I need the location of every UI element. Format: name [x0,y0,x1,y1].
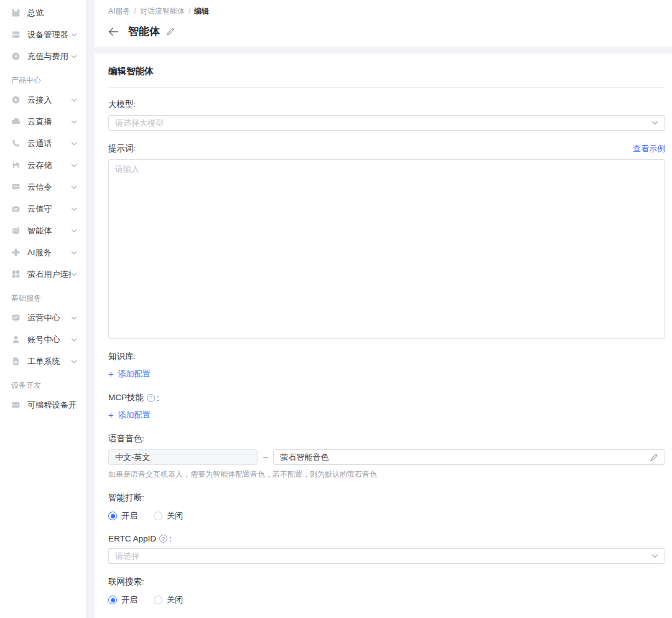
ai-service-icon [11,248,21,257]
plus-icon: + [108,411,113,420]
breadcrumb-item-edit: 编辑 [194,7,209,16]
sidebar-item-label: 云通话 [27,138,71,149]
cloud-call-icon [11,139,21,148]
prompt-textarea[interactable] [108,159,665,339]
voice-name-input[interactable] [273,449,665,465]
voice-name-value[interactable] [280,452,650,462]
sidebar-item-label: 账号中心 [27,334,71,345]
help-icon[interactable]: ? [159,535,167,543]
radio-label: 关闭 [167,510,183,522]
sidebar-item-cloud-signaling[interactable]: 云信令 [0,176,86,198]
web-search-label: 联网搜索: [108,576,665,588]
breadcrumb: AI服务/对话流智能体/编辑 [108,6,657,17]
sidebar-item-label: 云直播 [27,116,71,128]
chevron-down-icon [71,207,77,211]
field-web-search: 联网搜索: 开启 关闭 [108,576,665,606]
mcp-colon: : [157,393,159,403]
dash-separator: – [263,452,268,462]
radio-label: 关闭 [167,594,183,606]
chevron-down-icon [71,251,77,255]
sidebar: 总览 设备管理器 ¥ 充值与费用 产品中心 云接入 云直播 云通话 [0,0,86,618]
ertc-select[interactable]: 请选择 [108,548,665,564]
edit-agent-card: 编辑智能体 大模型: 请选择大模型 提示词: 查看示例 [95,54,672,618]
account-center-icon [11,335,21,344]
arrow-left-icon [108,27,119,36]
sidebar-item-label: 可编程设备开发 [27,400,77,411]
radio-unchecked-icon[interactable] [154,512,162,520]
chevron-down-icon [71,55,77,59]
sidebar-item-device-manager[interactable]: 设备管理器 [0,24,86,45]
field-knowledge: 知识库: + 添加配置 [108,351,665,380]
sidebar-item-cloud-call[interactable]: 云通话 [0,133,86,154]
web-search-option-on[interactable]: 开启 [108,594,138,606]
knowledge-add-config-button[interactable]: + 添加配置 [108,368,150,380]
sidebar-section-products: 产品中心 [11,75,86,86]
title-row: 智能体 [108,24,657,39]
radio-unchecked-icon[interactable] [154,596,162,604]
help-icon[interactable]: ? [147,394,155,402]
back-button[interactable] [108,27,119,36]
field-model: 大模型: 请选择大模型 [108,99,665,131]
sidebar-item-user-connect[interactable]: 萤石用户连接 [0,263,86,285]
cloud-storage-icon [11,161,21,170]
sidebar-item-overview[interactable]: 总览 [0,2,86,24]
model-select-placeholder: 请选择大模型 [115,118,164,129]
sidebar-section-device-dev: 设备开发 [11,380,86,391]
device-manager-icon [11,30,21,39]
sidebar-item-agent[interactable]: 智能体 [0,220,86,241]
chevron-down-icon [651,554,658,558]
app-window: 总览 设备管理器 ¥ 充值与费用 产品中心 云接入 云直播 云通话 [0,0,672,618]
sidebar-item-cloud-guard[interactable]: 云值守 [0,198,86,220]
knowledge-label: 知识库: [108,351,665,362]
cloud-access-icon [11,95,21,105]
chevron-down-icon [71,164,77,167]
interrupt-option-off[interactable]: 关闭 [154,510,183,522]
breadcrumb-separator: / [134,7,136,16]
ertc-select-placeholder: 请选择 [115,551,139,562]
interrupt-option-on[interactable]: 开启 [108,510,138,522]
user-connect-icon [11,269,21,279]
sidebar-item-operation-center[interactable]: 运营中心 [0,307,86,329]
sidebar-item-label: 设备管理器 [27,29,71,40]
plus-icon: + [108,370,113,379]
billing-icon: ¥ [11,52,21,61]
breadcrumb-item-ai-service[interactable]: AI服务 [108,7,130,16]
chevron-down-icon [71,185,77,189]
model-select[interactable]: 请选择大模型 [108,115,665,131]
sidebar-item-cloud-access[interactable]: 云接入 [0,89,86,111]
voice-language-value: 中文-英文 [115,452,150,463]
pencil-icon[interactable] [650,453,658,462]
cloud-live-icon [11,117,21,126]
radio-checked-icon[interactable] [108,512,117,520]
sidebar-item-account-center[interactable]: 账号中心 [0,329,86,350]
sidebar-item-label: 总览 [27,7,77,19]
field-prompt: 提示词: 查看示例 [108,143,665,339]
ertc-label: ERTC AppID [108,534,156,543]
chevron-down-icon [651,121,658,125]
field-ertc: ERTC AppID ? : 请选择 [108,534,665,564]
breadcrumb-item-dialog-agent[interactable]: 对话流智能体 [140,7,185,16]
ertc-colon: : [169,534,172,543]
mcp-label: MCP技能 [108,392,144,403]
sidebar-scroll-gutter [86,0,95,618]
card-title: 编辑智能体 [108,54,665,88]
mcp-add-config-button[interactable]: + 添加配置 [108,410,150,421]
chevron-down-icon [71,338,77,342]
radio-checked-icon[interactable] [108,596,117,604]
radio-label: 开启 [121,510,138,522]
sidebar-item-cloud-live[interactable]: 云直播 [0,111,86,133]
chevron-down-icon [71,142,77,146]
agent-icon [11,226,21,235]
web-search-option-off[interactable]: 关闭 [154,594,183,606]
sidebar-item-cloud-storage[interactable]: 云存储 [0,154,86,176]
view-example-link[interactable]: 查看示例 [633,143,665,154]
sidebar-item-billing[interactable]: ¥ 充值与费用 [0,45,86,67]
page-header: AI服务/对话流智能体/编辑 智能体 [95,0,672,47]
sidebar-item-programmable-device[interactable]: 可编程设备开发 [0,394,86,416]
edit-title-button[interactable] [166,27,175,36]
interrupt-radio-group: 开启 关闭 [108,510,665,522]
add-config-label: 添加配置 [118,410,150,421]
sidebar-item-ai-service[interactable]: AI服务 [0,241,86,263]
chevron-down-icon [71,316,77,320]
sidebar-item-ticket-system[interactable]: 工单系统 [0,350,86,372]
